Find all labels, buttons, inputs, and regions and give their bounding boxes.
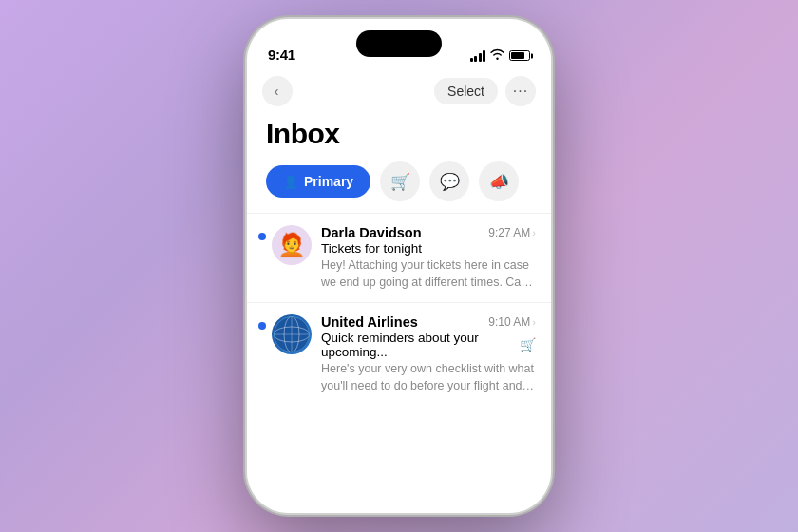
email-preview-1: Hey! Attaching your tickets here in case… [321, 257, 536, 291]
email-list: 🧑‍🦰 Darla Davidson 9:27 AM › Tickets for… [247, 213, 551, 513]
wifi-icon [490, 48, 504, 63]
megaphone-icon: 📣 [489, 172, 509, 192]
avatar-united [272, 314, 312, 354]
chevron-icon-1: › [532, 227, 536, 238]
email-content-1: Darla Davidson 9:27 AM › Tickets for ton… [321, 225, 536, 291]
shopping-cart-icon: 🛒 [390, 172, 410, 192]
email-content-2: United Airlines 9:10 AM › Quick reminder… [321, 314, 536, 394]
email-preview-2: Here's your very own checklist with what… [321, 361, 536, 394]
tab-primary-label: Primary [304, 174, 353, 189]
status-icons [470, 48, 531, 63]
battery-icon [509, 50, 530, 61]
email-subject-2: Quick reminders about your upcoming... 🛒 [321, 331, 536, 359]
avatar-darla: 🧑‍🦰 [272, 225, 312, 265]
email-header-1: Darla Davidson 9:27 AM › [321, 225, 536, 240]
chevron-icon-2: › [532, 316, 536, 328]
email-sender-2: United Airlines [321, 314, 418, 330]
person-icon: 👤 [283, 175, 298, 189]
tab-promo[interactable]: 📣 [479, 162, 519, 201]
tab-shopping[interactable]: 🛒 [380, 162, 420, 201]
signal-bars-icon [470, 50, 486, 62]
category-tabs: 👤 Primary 🛒 💬 📣 [247, 162, 551, 213]
email-subject-1: Tickets for tonight [321, 241, 536, 256]
back-chevron-icon: ‹ [275, 84, 279, 99]
back-button[interactable]: ‹ [262, 76, 293, 106]
email-header-2: United Airlines 9:10 AM › [321, 314, 536, 330]
status-time: 9:41 [268, 47, 295, 63]
nav-right-controls: Select ··· [434, 76, 536, 106]
unread-dot-1 [258, 233, 266, 240]
email-time-2: 9:10 AM › [488, 315, 536, 329]
email-item-1[interactable]: 🧑‍🦰 Darla Davidson 9:27 AM › Tickets for… [247, 213, 551, 302]
chat-icon: 💬 [440, 172, 460, 192]
select-button[interactable]: Select [434, 78, 498, 104]
tab-primary[interactable]: 👤 Primary [266, 165, 370, 198]
dynamic-island [356, 30, 442, 57]
email-item-2[interactable]: United Airlines 9:10 AM › Quick reminder… [247, 302, 551, 406]
unread-dot-2 [258, 322, 266, 330]
tab-chat[interactable]: 💬 [429, 162, 469, 201]
phone-frame: 9:41 ‹ [247, 19, 551, 513]
more-dots-icon: ··· [513, 83, 528, 100]
shopping-badge-icon: 🛒 [520, 337, 536, 352]
email-time-1: 9:27 AM › [488, 226, 536, 239]
inbox-title: Inbox [247, 114, 551, 162]
more-button[interactable]: ··· [505, 76, 536, 106]
app-content: ‹ Select ··· Inbox 👤 Primary 🛒 💬 [247, 68, 551, 513]
email-sender-1: Darla Davidson [321, 225, 422, 240]
nav-bar: ‹ Select ··· [247, 68, 551, 114]
